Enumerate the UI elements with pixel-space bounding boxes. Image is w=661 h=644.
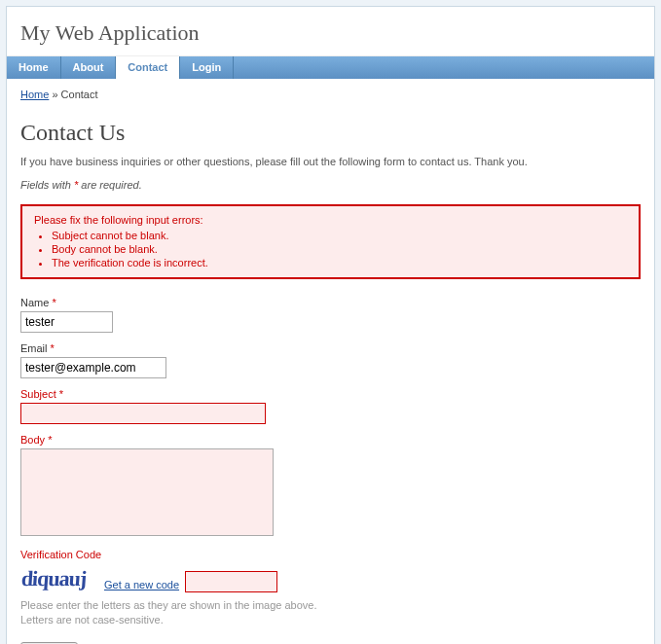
- email-input[interactable]: [20, 357, 166, 378]
- app-window: My Web Application Home About Contact Lo…: [6, 6, 655, 644]
- new-code-link[interactable]: Get a new code: [104, 579, 179, 590]
- body-row: Body *: [20, 434, 641, 539]
- hint-line2: Letters are not case-sensitive.: [20, 614, 164, 626]
- verify-label: Verification Code: [20, 549, 641, 560]
- main-menu: Home About Contact Login: [7, 56, 654, 79]
- menu-item-login[interactable]: Login: [180, 56, 234, 79]
- subject-input[interactable]: [20, 403, 266, 424]
- email-row: Email *: [20, 342, 641, 378]
- body-label: Body *: [20, 434, 641, 446]
- error-list: Subject cannot be blank. Body cannot be …: [52, 230, 627, 268]
- verify-row: Verification Code diquauj Get a new code…: [20, 549, 641, 628]
- note-prefix: Fields with: [20, 179, 74, 191]
- email-label: Email *: [20, 342, 641, 354]
- menu-item-contact[interactable]: Contact: [116, 56, 180, 79]
- captcha-hint: Please enter the letters as they are sho…: [20, 598, 641, 628]
- name-row: Name *: [20, 297, 641, 333]
- error-item: Body cannot be blank.: [52, 243, 627, 255]
- site-title: My Web Application: [20, 20, 641, 46]
- error-item: The verification code is incorrect.: [52, 257, 627, 268]
- intro-text: If you have business inquiries or other …: [20, 156, 641, 167]
- contact-form: Name * Email * Subject * Body * Verifica…: [20, 297, 641, 644]
- menu-item-about[interactable]: About: [61, 56, 117, 79]
- header: My Web Application: [7, 7, 654, 56]
- content: Home » Contact Contact Us If you have bu…: [7, 79, 654, 644]
- breadcrumb-current: Contact: [61, 89, 98, 100]
- error-summary-title: Please fix the following input errors:: [34, 214, 627, 226]
- body-input[interactable]: [20, 448, 274, 536]
- breadcrumb-sep: »: [49, 89, 60, 100]
- subject-label: Subject *: [20, 388, 641, 400]
- error-summary: Please fix the following input errors: S…: [20, 204, 641, 279]
- breadcrumb-home-link[interactable]: Home: [20, 89, 49, 100]
- captcha-text: diquauj: [20, 566, 87, 590]
- breadcrumb: Home » Contact: [20, 89, 641, 106]
- name-input[interactable]: [20, 311, 113, 333]
- captcha-image[interactable]: diquauj: [20, 563, 98, 592]
- error-item: Subject cannot be blank.: [52, 230, 627, 241]
- name-label: Name *: [20, 297, 641, 308]
- required-note: Fields with * are required.: [20, 179, 641, 191]
- hint-line1: Please enter the letters as they are sho…: [20, 599, 317, 611]
- note-suffix: are required.: [78, 179, 141, 191]
- subject-row: Subject *: [20, 388, 641, 424]
- page-heading: Contact Us: [20, 120, 641, 146]
- verify-input[interactable]: [185, 571, 277, 592]
- captcha-row: diquauj Get a new code: [20, 563, 641, 592]
- menu-item-home[interactable]: Home: [7, 56, 61, 79]
